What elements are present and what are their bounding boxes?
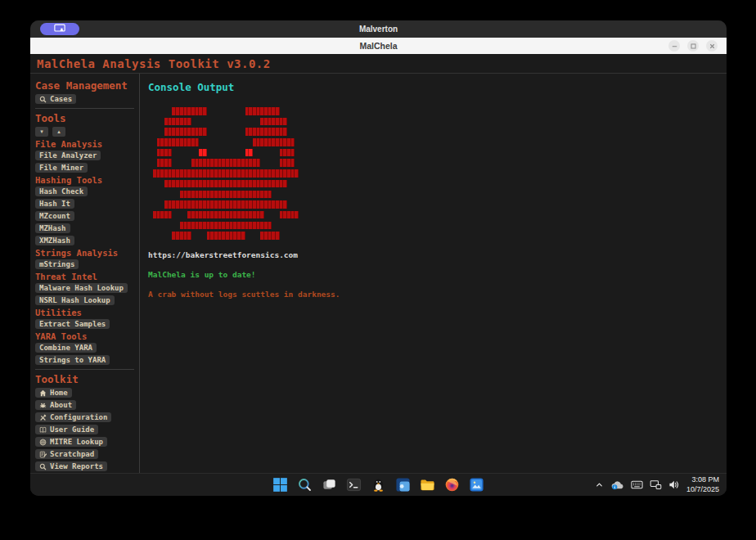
- sidebar-button-strings-to-yara[interactable]: Strings to YARA: [35, 355, 110, 365]
- taskbar-clock[interactable]: 3:08 PM 10/7/2025: [686, 475, 719, 494]
- window-title: MalChela: [359, 41, 397, 51]
- console-display-icon: [54, 23, 65, 35]
- sidebar-button-file-analyzer[interactable]: File Analyzer: [35, 151, 101, 160]
- section-header-hashing-tools: Hashing Tools: [35, 175, 134, 185]
- button-label: NSRL Hash Lookup: [39, 296, 110, 304]
- taskbar-icons: [272, 476, 485, 493]
- update-status: MalChela is up to date!: [148, 270, 718, 279]
- sidebar-button-view-reports[interactable]: View Reports: [35, 461, 107, 471]
- app-titlebar[interactable]: MalChela: [30, 38, 727, 54]
- window-controls: [668, 40, 718, 52]
- sort-desc-icon[interactable]: ▾: [35, 127, 48, 137]
- sidebar-divider: [35, 108, 134, 109]
- section-header-utilities: Utilities: [35, 308, 134, 317]
- minimize-icon: [671, 40, 678, 52]
- vm-titlebar: Malverton: [30, 20, 727, 38]
- sidebar: Case ManagementCasesTools▾▴File Analysis…: [30, 74, 140, 473]
- button-label: Strings to YARA: [39, 356, 106, 364]
- sidebar-button-scratchpad[interactable]: Scratchpad: [35, 449, 98, 459]
- desktop: Malverton MalChela MalChela Analysis Too…: [0, 0, 756, 540]
- volume-icon[interactable]: [668, 479, 680, 490]
- button-label: User Guide: [50, 425, 94, 434]
- sidebar-button-configuration[interactable]: Configuration: [35, 412, 111, 422]
- section-header-strings-analysis: Strings Analysis: [35, 248, 134, 258]
- console-panel: Console Output https://bakerstreetforens…: [140, 74, 727, 473]
- sidebar-button-xmzhash[interactable]: XMZHash: [35, 236, 74, 245]
- search-icon: [39, 463, 47, 470]
- memo-icon: [39, 451, 47, 458]
- button-label: Cases: [50, 95, 72, 103]
- console-tagline: A crab without logs scuttles in darkness…: [148, 290, 718, 299]
- button-label: Combine YARA: [39, 344, 92, 352]
- section-header-tools: Tools: [35, 113, 134, 124]
- main-content: Case ManagementCasesTools▾▴File Analysis…: [30, 74, 727, 473]
- section-header-case-management: Case Management: [35, 80, 134, 92]
- sidebar-button-user-guide[interactable]: User Guide: [35, 425, 98, 434]
- vm-window: Malverton MalChela MalChela Analysis Too…: [30, 20, 727, 496]
- system-tray: 3:08 PM 10/7/2025: [595, 474, 719, 496]
- sidebar-button-malware-hash-lookup[interactable]: Malware Hash Lookup: [35, 283, 128, 293]
- book-icon: [39, 426, 47, 434]
- globe-icon: [39, 439, 47, 446]
- button-label: Scratchpad: [50, 450, 94, 458]
- home-icon: [39, 389, 47, 397]
- sidebar-button-mzhash[interactable]: MZHash: [35, 223, 70, 233]
- sidebar-button-mzcount[interactable]: MZcount: [35, 211, 74, 221]
- photos-icon[interactable]: [468, 476, 485, 493]
- sidebar-button-hash-check[interactable]: Hash Check: [35, 187, 88, 196]
- sidebar-button-home[interactable]: Home: [35, 388, 72, 398]
- sidebar-button-extract-samples[interactable]: Extract Samples: [35, 319, 110, 329]
- minimize-button[interactable]: [668, 40, 680, 52]
- maximize-button[interactable]: [687, 40, 699, 52]
- firefox-icon[interactable]: [443, 476, 461, 493]
- sidebar-button-file-miner[interactable]: File Miner: [35, 163, 88, 173]
- vm-console-button[interactable]: [40, 23, 79, 35]
- button-label: Malware Hash Lookup: [39, 284, 124, 292]
- button-label: Home: [50, 389, 68, 397]
- button-label: MZcount: [39, 212, 70, 220]
- section-header-threat-intel: Threat Intel: [35, 272, 134, 281]
- button-label: File Analyzer: [39, 151, 97, 160]
- app-title: MalChela Analysis Toolkit v3.0.2: [37, 57, 271, 70]
- windows-taskbar: 3:08 PM 10/7/2025: [30, 473, 727, 496]
- linux-penguin-icon[interactable]: [370, 476, 387, 493]
- button-label: mStrings: [39, 260, 74, 268]
- button-label: Extract Samples: [39, 320, 106, 328]
- button-label: MZHash: [39, 224, 66, 232]
- sidebar-button-about[interactable]: About: [35, 400, 76, 410]
- vm-title: Malverton: [359, 25, 398, 34]
- sidebar-button-nsrl-hash-lookup[interactable]: NSRL Hash Lookup: [35, 295, 115, 305]
- network-icon[interactable]: [650, 479, 662, 490]
- close-button[interactable]: [706, 40, 718, 52]
- sidebar-button-hash-it[interactable]: Hash It: [35, 199, 74, 209]
- chevron-up-icon[interactable]: [595, 479, 604, 490]
- tools-sort-controls: ▾▴: [35, 127, 134, 137]
- tools-icon: [39, 414, 47, 421]
- sort-asc-icon[interactable]: ▴: [52, 127, 65, 137]
- search-icon: [39, 96, 47, 103]
- task-view-icon[interactable]: [321, 476, 338, 493]
- sidebar-button-combine-yara[interactable]: Combine YARA: [35, 343, 97, 353]
- button-label: View Reports: [50, 462, 103, 470]
- crab-icon: [39, 402, 47, 409]
- button-label: Hash It: [39, 200, 70, 208]
- section-header-yara-tools: YARA Tools: [35, 331, 134, 341]
- console-url: https://bakerstreetforensics.com: [148, 250, 718, 259]
- button-label: File Miner: [39, 164, 83, 172]
- touch-keyboard-icon[interactable]: [631, 479, 643, 490]
- terminal-icon[interactable]: [345, 476, 362, 493]
- onedrive-icon[interactable]: [610, 479, 624, 490]
- sidebar-button-mitre-lookup[interactable]: MITRE Lookup: [35, 437, 107, 447]
- crab-ascii-art: [153, 107, 718, 240]
- start-icon[interactable]: [272, 476, 289, 493]
- file-explorer-icon[interactable]: [419, 476, 436, 493]
- sidebar-button-mstrings[interactable]: mStrings: [35, 259, 79, 269]
- sidebar-button-cases[interactable]: Cases: [35, 94, 76, 104]
- button-label: Hash Check: [39, 187, 83, 196]
- search-taskbar-icon[interactable]: [296, 476, 313, 493]
- maximize-icon: [690, 40, 697, 52]
- section-header-file-analysis: File Analysis: [35, 139, 134, 149]
- vmware-icon[interactable]: [394, 476, 412, 493]
- section-header-toolkit: Toolkit: [35, 374, 134, 385]
- button-label: Configuration: [50, 413, 107, 421]
